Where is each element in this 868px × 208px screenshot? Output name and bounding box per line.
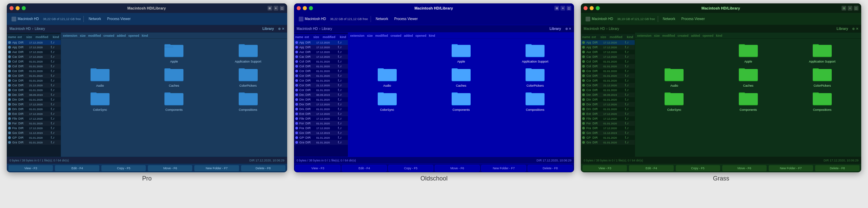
list-item[interactable]: CompositionsDIR01.01.2020f..r [294, 73, 348, 78]
maximize-button[interactable] [22, 6, 26, 10]
list-item[interactable]: FontsDIR01.01.2020f..r [294, 121, 348, 126]
toolbar-macintosh-hd-grass[interactable]: Macintosh HD [584, 16, 615, 22]
list-item[interactable]: AppleDIR17.12.2020f..r [581, 40, 635, 45]
list-item[interactable]: ExtensionsDIR17.12.2020f..r [581, 111, 635, 116]
icon-item-components-g[interactable]: Components [713, 90, 784, 112]
list-item[interactable]: GoogleDIR11.12.2019f..r [7, 131, 61, 135]
list-item[interactable]: ColorSyncDIR01.01.2020f..r [7, 64, 61, 69]
list-item[interactable]: ColorPickersDIR01.01.2020f..r [7, 59, 61, 64]
list-item[interactable]: GPUBundlesDIR01.01.2020f..r [581, 135, 635, 140]
list-item[interactable]: GoogleDIR11.12.2019f..r [294, 131, 348, 135]
path-library-grass[interactable]: Library [609, 27, 619, 31]
icon-item-apple[interactable]: Apple [138, 42, 210, 64]
icon-item-audio-g[interactable]: Audio [638, 66, 710, 88]
list-item[interactable]: ColorPickersDIR01.01.2020f..r [581, 59, 635, 64]
list-item[interactable]: AudioDIR17.12.2020f..r [7, 50, 61, 54]
list-item[interactable]: DeveloperDIR06.09.2019f..r [581, 92, 635, 97]
list-item[interactable]: AppleDIR17.12.2020f..r [294, 40, 348, 45]
view-btn[interactable]: View - F3 [8, 165, 53, 172]
list-item[interactable]: AudioDIR17.12.2020f..r [294, 50, 348, 54]
copy-btn[interactable]: Copy - F5 [101, 165, 146, 172]
list-item[interactable]: ComponentsDIR01.01.2020f..r [581, 69, 635, 73]
list-item[interactable]: CoreAnalyticsDIR21.12.2020f..r [581, 83, 635, 88]
list-item[interactable]: ColorSyncDIR01.01.2020f..r [581, 64, 635, 69]
toolbar-process-viewer-grass[interactable]: Process Viewer [679, 16, 707, 21]
move-btn-g[interactable]: Move - F6 [722, 165, 767, 172]
minimize-button-oldschool[interactable] [303, 6, 307, 10]
icon-item-colorpickers[interactable]: ColorPickers [212, 66, 283, 88]
close-button-oldschool[interactable] [297, 6, 301, 10]
toolbar-process-viewer[interactable]: Process Viewer [105, 16, 133, 21]
list-item[interactable]: ComponentsDIR01.01.2020f..r [7, 69, 61, 73]
edit-btn-g[interactable]: Edit - F4 [629, 165, 674, 172]
icon-item-audio-o[interactable]: Audio [352, 66, 423, 88]
toolbar-network[interactable]: Network [86, 16, 103, 21]
copy-btn-o[interactable]: Copy - F5 [388, 165, 433, 172]
maximize-button-oldschool[interactable] [309, 6, 313, 10]
list-item[interactable]: ColorPickersDIR01.01.2020f..r [294, 59, 348, 64]
tb-btn-grid-oldschool[interactable]: ⊞ [554, 6, 559, 11]
toolbar-process-viewer-oldschool[interactable]: Process Viewer [392, 16, 420, 21]
list-item[interactable]: GPUBundlesDIR01.01.2020f..r [7, 135, 61, 140]
list-item[interactable]: FilesystemsDIR17.12.2020f..r [294, 116, 348, 121]
list-item[interactable]: GraphicsDIR01.01.2020f..r [581, 140, 635, 145]
list-item[interactable]: FontsDIR01.01.2020f..r [581, 121, 635, 126]
toolbar-macintosh-hd-oldschool[interactable]: Macintosh HD [297, 16, 328, 22]
list-item[interactable]: Contextual Menu ItemsDIR01.01.2020f..r [7, 78, 61, 83]
list-item[interactable]: GraphicsDIR01.01.2020f..r [7, 140, 61, 145]
list-item[interactable]: DirectoryServicesDIR01.01.2020f..r [7, 97, 61, 102]
tb-btn-view-grass[interactable]: ◫ [854, 6, 859, 11]
list-item[interactable]: DirectoryServicesDIR01.01.2020f..r [581, 97, 635, 102]
move-btn-o[interactable]: Move - F6 [435, 165, 480, 172]
list-item[interactable]: ComponentsDIR01.01.2020f..r [294, 69, 348, 73]
list-item[interactable]: Application SupportDIR17.12.2020f..r [581, 45, 635, 50]
list-item[interactable]: CompositionsDIR01.01.2020f..r [581, 73, 635, 78]
tb-btn-list[interactable]: ≡ [274, 6, 278, 11]
icon-item-caches-g[interactable]: Caches [713, 66, 784, 88]
maximize-button-grass[interactable] [596, 6, 600, 10]
list-item[interactable]: FrameworksDIR17.12.2020f..r [294, 126, 348, 131]
path-macintosh-hd-grass[interactable]: Macintosh HD [584, 27, 605, 31]
icon-item-compositions-g[interactable]: Compositions [787, 90, 858, 112]
list-item[interactable]: DeveloperDIR06.09.2019f..r [294, 92, 348, 97]
minimize-button-grass[interactable] [590, 6, 594, 10]
new-folder-btn-o[interactable]: New Folder - F7 [481, 165, 526, 172]
tb-btn-list-oldschool[interactable]: ≡ [560, 6, 565, 11]
list-item[interactable]: GPUBundlesDIR01.01.2020f..r [294, 135, 348, 140]
icon-item-components[interactable]: Components [138, 90, 210, 112]
list-item[interactable]: CoreMediaIODIR01.01.2020f..r [581, 88, 635, 92]
list-item[interactable]: CompositionsDIR01.01.2020f..r [7, 73, 61, 78]
list-item[interactable]: CachesDIR17.12.2020f..r [7, 54, 61, 59]
icon-item-compositions[interactable]: Compositions [212, 90, 283, 112]
icon-item-compositions-o[interactable]: Compositions [499, 90, 571, 112]
icon-item-apple-o[interactable]: Apple [426, 42, 497, 64]
close-button-grass[interactable] [584, 6, 588, 10]
tb-btn-view[interactable]: ◫ [280, 6, 284, 11]
path-library[interactable]: Library [35, 27, 45, 31]
icon-item-colorpickers-g[interactable]: ColorPickers [787, 66, 858, 88]
list-item[interactable]: DirectoryServicesDIR01.01.2020f..r [294, 97, 348, 102]
icon-item-components-o[interactable]: Components [426, 90, 497, 112]
icon-item-audio[interactable]: Audio [64, 66, 136, 88]
list-item[interactable]: ColorSyncDIR01.01.2020f..r [294, 64, 348, 69]
list-item[interactable]: DocumentationDIR17.12.2020f..r [7, 102, 61, 107]
icon-item-caches[interactable]: Caches [138, 66, 210, 88]
list-item[interactable]: AppleDIR17.12.2020f..r [7, 40, 61, 45]
minimize-button[interactable] [16, 6, 20, 10]
delete-btn[interactable]: Delete - F8 [241, 165, 286, 172]
icon-item-caches-o[interactable]: Caches [426, 66, 497, 88]
edit-btn[interactable]: Edit - F4 [55, 165, 100, 172]
list-item[interactable]: FilesystemsDIR17.12.2020f..r [581, 116, 635, 121]
tb-btn-list-grass[interactable]: ≡ [848, 6, 852, 11]
icon-item-application-support-o[interactable]: Application Support [499, 42, 571, 64]
move-btn[interactable]: Move - F6 [147, 165, 193, 172]
list-item[interactable]: DriverExtensionsDIR01.01.2020f..r [581, 107, 635, 111]
view-btn-o[interactable]: View - F3 [295, 165, 340, 172]
list-item[interactable]: AudioDIR17.12.2020f..r [581, 50, 635, 54]
list-item[interactable]: CachesDIR17.12.2020f..r [294, 54, 348, 59]
icon-item-application-support-g[interactable]: Application Support [787, 42, 858, 64]
delete-btn-g[interactable]: Delete - F8 [815, 165, 860, 172]
icon-item-colorsync[interactable]: ColorSync [64, 90, 136, 112]
icon-item-colorsync-o[interactable]: ColorSync [352, 90, 423, 112]
tb-btn-grid-grass[interactable]: ⊞ [842, 6, 846, 11]
